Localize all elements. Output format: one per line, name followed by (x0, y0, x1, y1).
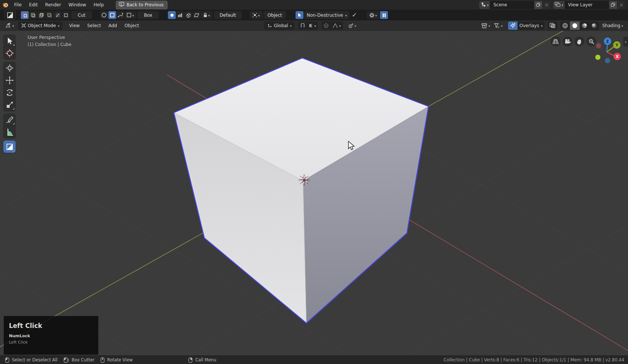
cube-object[interactable] (174, 58, 428, 323)
xray-toggle[interactable] (548, 22, 557, 30)
hint-boxcutter: Box Cutter (64, 357, 95, 363)
gizmo-negative-y-dot[interactable] (595, 55, 600, 60)
gizmo-z-axis-ball[interactable]: Z (604, 38, 611, 45)
mode-join-button[interactable] (45, 11, 53, 19)
editor-type-dropdown[interactable] (3, 22, 16, 30)
menu-file[interactable]: File (10, 0, 25, 10)
hint-callmenu: Call Menu (188, 357, 216, 363)
mode-make-button[interactable] (62, 11, 70, 19)
ngon-shape-button[interactable] (117, 11, 124, 19)
menu-edit[interactable]: Edit (25, 0, 41, 10)
shading-material-button[interactable] (580, 22, 589, 30)
gizmo-negative-z-dot[interactable] (605, 58, 610, 63)
behavior-label[interactable]: Default (214, 11, 242, 19)
select-tool-button[interactable] (3, 35, 16, 47)
pivot-target-label[interactable]: Object (264, 11, 286, 19)
gizmo-x-axis-ball[interactable]: X (613, 53, 621, 60)
snap-toggle[interactable] (298, 22, 307, 30)
svg-text:X: X (616, 55, 619, 59)
cube-icon-button[interactable] (184, 11, 192, 19)
shading-solid-button[interactable] (570, 22, 580, 30)
circle-shape-button[interactable] (100, 11, 108, 19)
scene-name-field[interactable]: Scene (490, 1, 534, 9)
navigation-gizmo[interactable]: Z Y X (594, 35, 625, 65)
blender-logo-icon[interactable] (0, 1, 10, 8)
scene-unlink-button[interactable] (542, 1, 550, 9)
camera-view-button[interactable] (562, 36, 573, 46)
scale-tool-button[interactable] (3, 99, 16, 111)
back-to-previous-button[interactable]: Back to Previous (116, 1, 168, 9)
shape-label[interactable]: Box (137, 11, 159, 19)
boxcutter-tool-icon (7, 12, 13, 19)
view-layer-remove-button[interactable] (617, 1, 625, 9)
box-shape-button[interactable] (108, 11, 116, 19)
object-types-visibility-dropdown[interactable] (479, 22, 492, 30)
overlays-label: Overlays (519, 23, 539, 28)
pan-view-button[interactable] (574, 36, 584, 46)
plane-icon-button[interactable] (192, 11, 200, 19)
menu-render[interactable]: Render (41, 0, 65, 10)
dot-toggle-button[interactable] (168, 11, 176, 19)
mode-value: Object Mode (28, 23, 56, 28)
gizmo-y-axis-ball[interactable]: Y (613, 41, 621, 49)
shading-wireframe-button[interactable] (560, 22, 570, 30)
snap-settings-dropdown[interactable] (307, 22, 318, 30)
custom-shape-dropdown[interactable] (125, 11, 136, 19)
scene-new-copy-button[interactable] (534, 1, 542, 9)
mode-knife-button[interactable] (54, 11, 61, 19)
apply-checkbox[interactable] (352, 12, 357, 18)
chevron-down-icon (258, 13, 260, 18)
rotate-tool-button[interactable] (3, 86, 16, 99)
viewport-canvas[interactable]: User Perspective (1) Collection | Cube (0, 31, 628, 355)
workflow-dropdown[interactable]: Non-Destructive (304, 11, 350, 19)
menu-object[interactable]: Object (121, 20, 143, 31)
menu-select[interactable]: Select (83, 20, 105, 31)
view-layer-name-field[interactable]: View Layer (565, 1, 609, 9)
workflow-cursor-button[interactable] (296, 11, 303, 19)
active-tool-icon-button[interactable] (4, 10, 16, 20)
boxcutter-tool-button[interactable] (3, 141, 16, 153)
perspective-toggle-button[interactable] (551, 36, 561, 46)
object-mode-icon (21, 23, 26, 28)
overlays-dropdown[interactable]: Overlays (517, 22, 544, 30)
scene-browse-button[interactable] (479, 1, 490, 9)
move-tool-button[interactable] (3, 74, 16, 86)
menu-window[interactable]: Window (65, 0, 90, 10)
shading-label: Shading (602, 23, 621, 28)
shading-dropdown[interactable]: Shading (600, 22, 625, 30)
settings-gear-dropdown[interactable] (367, 11, 379, 19)
menu-add[interactable]: Add (105, 20, 121, 31)
pivot-point-dropdown[interactable] (347, 22, 358, 30)
mode-dropdown[interactable]: Object Mode (18, 22, 63, 30)
scene-render (0, 31, 628, 355)
mode-slice-button[interactable] (29, 11, 37, 19)
shading-rendered-button[interactable] (589, 22, 599, 30)
gizmos-toggle[interactable] (508, 22, 517, 30)
chevron-down-icon (132, 13, 134, 18)
proportional-editing-toggle[interactable] (322, 22, 331, 30)
menu-help[interactable]: Help (90, 0, 107, 10)
filter-funnel-icon (494, 23, 500, 28)
camera-icon (564, 39, 571, 44)
lock-dropdown[interactable] (201, 11, 213, 19)
chevron-down-icon (561, 2, 563, 7)
menu-view[interactable]: View (66, 20, 83, 31)
transform-tool-button[interactable] (3, 62, 16, 74)
operation-mode-label[interactable]: Cut (71, 11, 92, 19)
proportional-falloff-dropdown[interactable] (331, 22, 343, 30)
sidebar-toggle-tab[interactable] (623, 37, 628, 46)
view-layer-new-copy-button[interactable] (609, 1, 617, 9)
pivot-mode-dropdown[interactable] (250, 11, 262, 19)
view-layer-browse-button[interactable] (553, 1, 565, 9)
bars-icon-button[interactable] (176, 11, 184, 19)
cursor-tool-button[interactable] (3, 47, 16, 59)
annotate-tool-button[interactable] (3, 113, 16, 126)
measure-tool-button[interactable] (3, 126, 16, 138)
filter-dropdown[interactable] (492, 22, 505, 30)
gizmo-negative-x-dot[interactable] (596, 43, 601, 48)
transform-orientation-dropdown[interactable]: Global (264, 22, 295, 30)
mode-cut-button[interactable] (21, 11, 29, 19)
rotate-icon (6, 88, 14, 97)
mode-inset-button[interactable] (37, 11, 45, 19)
pause-button[interactable] (380, 11, 388, 19)
